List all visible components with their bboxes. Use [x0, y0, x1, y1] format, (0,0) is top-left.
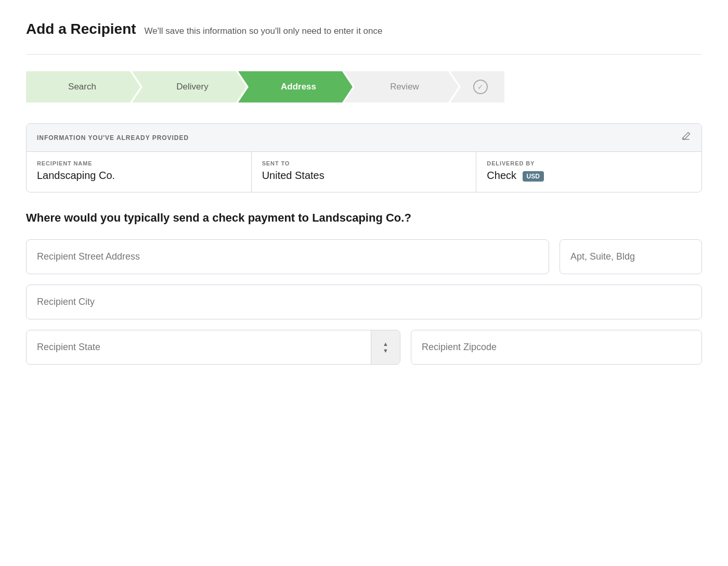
recipient-name-label: RECIPIENT NAME — [37, 160, 241, 166]
street-address-input[interactable] — [26, 239, 549, 274]
page-header: Add a Recipient We'll save this informat… — [26, 21, 702, 37]
info-card: INFORMATION YOU'VE ALREADY PROVIDED RECI… — [26, 123, 702, 192]
step-address[interactable]: Address — [238, 71, 353, 102]
complete-check-icon: ✓ — [473, 80, 488, 94]
step-delivery-label: Delivery — [176, 82, 208, 92]
city-row — [26, 285, 702, 319]
state-chevron-button[interactable]: ▲ ▼ — [371, 330, 400, 364]
state-input[interactable] — [27, 330, 371, 364]
sent-to-label: SENT TO — [262, 160, 466, 166]
progress-steps: Search Delivery Address Review ✓ — [26, 71, 702, 102]
step-review[interactable]: Review — [344, 71, 459, 102]
delivered-by-label: DELIVERED BY — [487, 160, 691, 166]
delivered-by-cell: DELIVERED BY Check USD — [476, 152, 701, 192]
recipient-name-value: Landscaping Co. — [37, 170, 241, 182]
step-search[interactable]: Search — [26, 71, 140, 102]
apt-suite-input[interactable] — [560, 239, 702, 274]
page-container: Add a Recipient We'll save this informat… — [0, 0, 728, 566]
step-search-label: Search — [68, 82, 96, 92]
step-review-label: Review — [390, 82, 419, 92]
svg-rect-0 — [682, 139, 690, 140]
info-card-body: RECIPIENT NAME Landscaping Co. SENT TO U… — [27, 152, 701, 192]
step-address-label: Address — [281, 82, 316, 92]
step-delivery[interactable]: Delivery — [132, 71, 246, 102]
form-question: Where would you typically send a check p… — [26, 211, 702, 225]
sent-to-cell: SENT TO United States — [252, 152, 477, 192]
edit-icon[interactable] — [681, 131, 691, 144]
form-section: Where would you typically send a check p… — [26, 211, 702, 365]
page-title: Add a Recipient — [26, 21, 136, 37]
city-input[interactable] — [26, 285, 702, 319]
page-subtitle: We'll save this information so you'll on… — [145, 26, 383, 36]
street-row — [26, 239, 702, 274]
delivered-by-value: Check USD — [487, 170, 691, 182]
chevron-up-icon: ▲ — [383, 341, 388, 347]
zipcode-input[interactable] — [411, 330, 702, 365]
recipient-name-cell: RECIPIENT NAME Landscaping Co. — [27, 152, 252, 192]
info-card-title: INFORMATION YOU'VE ALREADY PROVIDED — [37, 134, 189, 142]
header-divider — [26, 54, 702, 55]
info-card-header: INFORMATION YOU'VE ALREADY PROVIDED — [27, 124, 701, 152]
usd-badge: USD — [523, 171, 544, 182]
state-wrapper: ▲ ▼ — [26, 330, 400, 365]
state-zip-row: ▲ ▼ — [26, 330, 702, 365]
sent-to-value: United States — [262, 170, 466, 182]
chevron-down-icon: ▼ — [383, 348, 388, 354]
